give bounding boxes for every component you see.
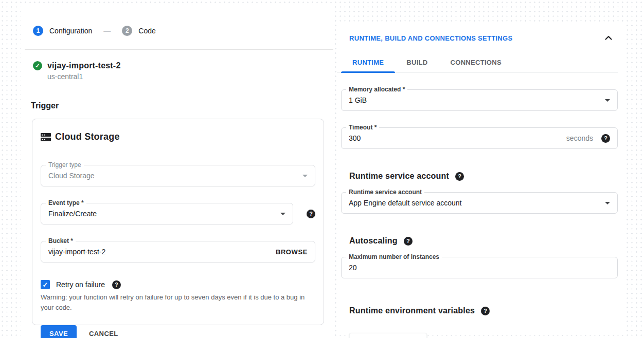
autoscaling-title: Autoscaling <box>349 236 398 246</box>
collapse-chevron-icon[interactable] <box>604 34 613 42</box>
autoscaling-help-icon[interactable]: ? <box>404 237 413 246</box>
bucket-label: Bucket * <box>46 237 76 245</box>
max-instances-label: Maximum number of instances <box>346 253 442 260</box>
service-account-help-icon[interactable]: ? <box>455 172 464 181</box>
stepper: 1 Configuration — 2 Code <box>21 4 333 36</box>
trigger-card-title: Cloud Storage <box>55 132 120 142</box>
configuration-panel: 1 Configuration — 2 Code ✓ vijay-import-… <box>21 4 333 337</box>
env-vars-help-icon[interactable]: ? <box>481 307 490 315</box>
cloud-storage-icon <box>41 133 51 142</box>
trigger-card: Cloud Storage Trigger type Cloud Storage… <box>32 119 324 325</box>
max-instances-value[interactable]: 20 <box>349 264 357 272</box>
bucket-value[interactable]: vijay-import-test-2 <box>48 248 105 256</box>
settings-header-title[interactable]: RUNTIME, BUILD AND CONNECTIONS SETTINGS <box>349 34 512 42</box>
runtime-settings-panel: RUNTIME, BUILD AND CONNECTIONS SETTINGS … <box>337 24 625 335</box>
retry-on-failure-label[interactable]: Retry on failure <box>56 280 105 289</box>
stepper-dash-icon: — <box>103 27 111 35</box>
tab-connections[interactable]: CONNECTIONS <box>439 53 513 72</box>
settings-header[interactable]: RUNTIME, BUILD AND CONNECTIONS SETTINGS <box>337 24 625 42</box>
runtime-service-account-select[interactable]: Runtime service account App Engine defau… <box>341 192 618 214</box>
trigger-type-select[interactable]: Trigger type Cloud Storage <box>41 165 315 186</box>
function-identity: ✓ vijay-import-test-2 <box>21 50 333 70</box>
chevron-down-icon <box>302 175 308 177</box>
timeout-value[interactable]: 300 <box>349 134 361 142</box>
settings-tabs: RUNTIME BUILD CONNECTIONS <box>337 53 618 73</box>
tab-runtime[interactable]: RUNTIME <box>341 53 395 72</box>
env-vars-title: Runtime environment variables <box>349 306 475 315</box>
cancel-button[interactable]: CANCEL <box>89 330 118 337</box>
event-type-label: Event type * <box>46 199 86 206</box>
trigger-section-title: Trigger <box>21 81 333 110</box>
step-2-label[interactable]: Code <box>138 27 155 35</box>
memory-allocated-value: 1 GiB <box>349 96 367 104</box>
trigger-type-value: Cloud Storage <box>48 172 95 180</box>
runtime-service-account-value: App Engine default service account <box>349 199 461 207</box>
step-1-label[interactable]: Configuration <box>49 27 92 35</box>
function-region: us-central1 <box>21 70 333 81</box>
timeout-field[interactable]: Timeout * 300 seconds ? <box>341 127 618 149</box>
max-instances-field[interactable]: Maximum number of instances 20 <box>341 257 618 278</box>
tab-build[interactable]: BUILD <box>395 53 439 72</box>
retry-help-icon[interactable]: ? <box>112 280 121 289</box>
chevron-down-icon <box>605 202 610 204</box>
step-2-circle[interactable]: 2 <box>122 26 132 36</box>
step-1-circle[interactable]: 1 <box>33 26 43 36</box>
bucket-field[interactable]: Bucket * vijay-import-test-2 BROWSE <box>41 241 315 262</box>
event-type-select[interactable]: Event type * Finalize/Create <box>41 203 293 224</box>
runtime-service-account-title: Runtime service account <box>349 172 449 181</box>
timeout-suffix: seconds <box>566 134 593 142</box>
memory-allocated-label: Memory allocated * <box>346 86 407 93</box>
trigger-card-header: Cloud Storage <box>41 132 315 142</box>
save-button[interactable]: SAVE <box>41 325 77 338</box>
trigger-type-label: Trigger type <box>46 161 84 168</box>
retry-on-failure-checkbox[interactable]: ✓ <box>41 280 50 289</box>
runtime-service-account-label: Runtime service account <box>346 189 424 196</box>
event-type-value: Finalize/Create <box>48 210 97 218</box>
chevron-down-icon <box>605 99 610 102</box>
add-variable-button[interactable]: + ADD VARIABLE <box>349 333 427 338</box>
chevron-down-icon <box>280 213 285 215</box>
browse-button[interactable]: BROWSE <box>276 248 308 256</box>
success-check-icon: ✓ <box>33 61 42 70</box>
event-type-help-icon[interactable]: ? <box>307 210 315 218</box>
retry-warning-text: Warning: your function will retry on fai… <box>41 292 315 313</box>
timeout-label: Timeout * <box>346 124 379 131</box>
function-name: vijay-import-test-2 <box>47 61 121 70</box>
memory-allocated-select[interactable]: Memory allocated * 1 GiB <box>341 89 618 111</box>
timeout-help-icon[interactable]: ? <box>601 134 610 143</box>
